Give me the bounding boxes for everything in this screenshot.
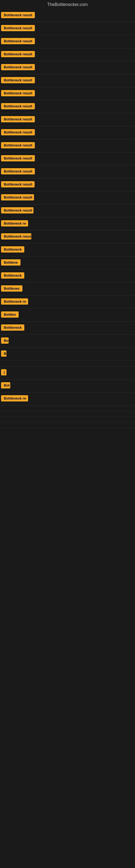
list-item: Bottleneck: [0, 270, 135, 283]
bottleneck-result-label[interactable]: Bottleneck result: [1, 181, 35, 187]
bottleneck-result-label[interactable]: B: [1, 350, 6, 357]
bottleneck-result-label[interactable]: Bottleneck result: [1, 64, 35, 70]
bottleneck-result-label[interactable]: Bottleneck result: [1, 194, 34, 200]
list-item: Bottleneck result: [0, 140, 135, 152]
list-item: Bottleneck re: [0, 296, 135, 309]
list-item: [0, 411, 135, 417]
list-item: Bottleneck result: [0, 48, 135, 61]
list-item: Bottleneck re: [0, 393, 135, 405]
list-item: Bottleneck result: [0, 113, 135, 126]
list-item: B: [0, 348, 135, 361]
list-item: Bottleneck result: [0, 165, 135, 179]
bottleneck-result-label[interactable]: Bottlenec: [1, 285, 22, 291]
list-item: [0, 361, 135, 367]
list-item: Bottleneck resul: [0, 230, 135, 244]
bottleneck-result-label[interactable]: Bottleneck result: [1, 155, 35, 161]
bottleneck-result-label[interactable]: Bottleneck re: [1, 299, 28, 305]
list-item: [0, 405, 135, 411]
list-item: |: [0, 367, 135, 379]
bottleneck-result-label[interactable]: Bottleneck result: [1, 103, 35, 109]
bottleneck-result-label[interactable]: Bottleneck: [1, 324, 24, 331]
bottleneck-result-label[interactable]: Bottleneck result: [1, 90, 35, 96]
bottleneck-result-label[interactable]: Bottleneck: [1, 272, 24, 279]
list-item: Bottleneck: [0, 244, 135, 257]
bottleneck-result-label[interactable]: Bottleneck result: [1, 77, 35, 83]
bottleneck-result-label[interactable]: Bottlene: [1, 259, 20, 266]
list-item: Bottleneck result: [0, 152, 135, 165]
rows-container: Bottleneck resultBottleneck resultBottle…: [0, 9, 135, 428]
list-item: Bottleneck result: [0, 9, 135, 22]
bottleneck-result-label[interactable]: Bottleneck result: [1, 38, 35, 44]
list-item: Bottlenec: [0, 283, 135, 296]
list-item: Bottleneck result: [0, 191, 135, 205]
list-item: Bottleneck result: [0, 179, 135, 191]
bottleneck-result-label[interactable]: Bottleneck result: [1, 142, 35, 148]
bottleneck-result-label[interactable]: Bottleneck re: [1, 395, 28, 401]
list-item: Bottleneck result: [0, 61, 135, 74]
list-item: Bottleneck re: [0, 218, 135, 230]
bottleneck-result-label[interactable]: Bot: [1, 382, 10, 389]
list-item: Bottleneck result: [0, 126, 135, 140]
list-item: Bottlen: [0, 309, 135, 322]
list-item: Bottleneck result: [0, 87, 135, 100]
list-item: Bottleneck result: [0, 100, 135, 113]
site-title: TheBottlenecker.com: [0, 0, 135, 9]
list-item: Bottleneck result: [0, 22, 135, 35]
bottleneck-result-label[interactable]: Bottleneck resul: [1, 233, 31, 240]
bottleneck-result-label[interactable]: |: [1, 369, 6, 375]
list-item: Bottlene: [0, 257, 135, 270]
site-header: TheBottlenecker.com: [0, 0, 135, 9]
list-item: Bot: [0, 379, 135, 393]
bottleneck-result-label[interactable]: Bottleneck re: [1, 220, 28, 226]
list-item: Bottleneck: [0, 322, 135, 335]
bottleneck-result-label[interactable]: Bottleneck result: [1, 129, 35, 135]
list-item: Bo: [0, 335, 135, 348]
bottleneck-result-label[interactable]: Bottleneck result: [1, 51, 35, 57]
list-item: Bottleneck result: [0, 74, 135, 87]
list-item: Bottleneck result: [0, 205, 135, 218]
bottleneck-result-label[interactable]: Bottleneck result: [1, 168, 35, 175]
list-item: [0, 423, 135, 428]
bottleneck-result-label[interactable]: Bottleneck result: [1, 25, 35, 31]
bottleneck-result-label[interactable]: Bottleneck: [1, 246, 24, 252]
list-item: [0, 417, 135, 423]
list-item: Bottleneck result: [0, 35, 135, 48]
bottleneck-result-label[interactable]: Bo: [1, 337, 9, 344]
bottleneck-result-label[interactable]: Bottlen: [1, 311, 18, 318]
bottleneck-result-label[interactable]: Bottleneck result: [1, 207, 34, 214]
bottleneck-result-label[interactable]: Bottleneck result: [1, 12, 35, 18]
bottleneck-result-label[interactable]: Bottleneck result: [1, 116, 35, 122]
